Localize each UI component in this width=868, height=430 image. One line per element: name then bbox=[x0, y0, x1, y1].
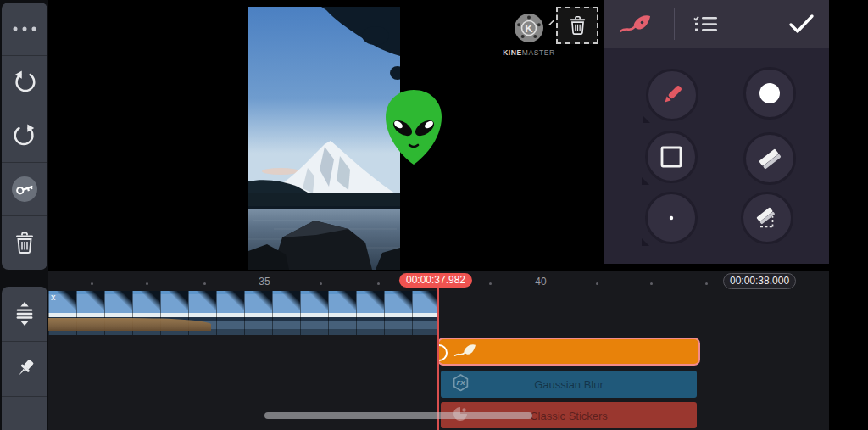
total-duration-badge: 00:00:38.000 bbox=[723, 273, 796, 289]
handwriting-tool-button[interactable] bbox=[619, 13, 653, 39]
more-options-button[interactable] bbox=[2, 3, 47, 56]
undo-button[interactable] bbox=[2, 56, 47, 109]
key-icon bbox=[11, 176, 38, 203]
trash-icon bbox=[569, 15, 587, 36]
color-swatch-button[interactable] bbox=[743, 67, 796, 120]
keyframe-button[interactable] bbox=[2, 163, 47, 216]
ruler-tick bbox=[596, 282, 598, 285]
playhead-line bbox=[437, 275, 439, 430]
expand-options-mark bbox=[642, 177, 649, 185]
checkmark-icon bbox=[788, 13, 815, 35]
clip-speed-label: x bbox=[51, 292, 56, 302]
ruler-tick bbox=[489, 282, 492, 285]
video-frame bbox=[248, 7, 400, 270]
option-list-icon bbox=[693, 14, 718, 34]
handwriting-brush-icon bbox=[619, 13, 653, 36]
white-color-swatch-icon bbox=[757, 81, 782, 106]
stroke-size-button[interactable] bbox=[645, 192, 698, 244]
ruler-label-40: 40 bbox=[535, 276, 546, 288]
gaussian-blur-clip[interactable]: FX Gaussian Blur bbox=[441, 371, 697, 398]
watermark-text: KINEMASTER bbox=[497, 48, 561, 57]
eraser-tool-button[interactable] bbox=[743, 132, 796, 185]
layer-toolbar bbox=[604, 0, 829, 48]
redo-icon bbox=[12, 123, 37, 148]
thumbnail-rocks bbox=[48, 318, 211, 331]
ruler-label-35: 35 bbox=[259, 276, 270, 288]
handwriting-clip-brush-icon bbox=[453, 343, 477, 362]
rectangle-tool-button[interactable] bbox=[645, 131, 698, 183]
left-sidebar bbox=[0, 0, 48, 430]
sidebar-group-main bbox=[2, 3, 47, 270]
trash-icon bbox=[14, 232, 35, 254]
expand-options-mark bbox=[642, 238, 649, 246]
expand-options-mark bbox=[643, 115, 650, 123]
ruler-tick bbox=[203, 282, 206, 285]
ruler-tick bbox=[91, 282, 93, 285]
undo-icon bbox=[12, 70, 37, 95]
sidebar-group-secondary bbox=[2, 287, 47, 430]
lake-mountain-scene bbox=[248, 7, 400, 270]
dot-icon bbox=[659, 205, 684, 231]
ruler-tick bbox=[705, 282, 708, 285]
handwriting-clip[interactable] bbox=[437, 338, 700, 366]
delete-button[interactable] bbox=[2, 216, 47, 269]
timeline-horizontal-scrollbar[interactable] bbox=[264, 412, 532, 419]
ruler-tick bbox=[650, 282, 653, 285]
kinemaster-app: K KINEMASTER bbox=[0, 0, 868, 430]
pin-icon bbox=[12, 356, 37, 382]
current-time-badge: 00:00:37.982 bbox=[399, 273, 472, 288]
drawing-panel bbox=[604, 48, 829, 264]
redo-button[interactable] bbox=[2, 109, 47, 163]
ruler-tick bbox=[377, 282, 380, 285]
confirm-button[interactable] bbox=[788, 13, 815, 38]
square-icon bbox=[659, 144, 684, 170]
expand-tracks-icon bbox=[12, 300, 37, 327]
ruler-tick bbox=[146, 282, 148, 285]
pen-tool-button[interactable] bbox=[646, 69, 698, 121]
alien-sticker[interactable] bbox=[384, 88, 443, 170]
effect-clip-label: Gaussian Blur bbox=[441, 378, 697, 391]
toolbar-divider bbox=[674, 8, 675, 40]
eraser-icon bbox=[757, 146, 782, 171]
timeline-expand-button[interactable] bbox=[2, 287, 47, 342]
erase-all-button[interactable] bbox=[741, 192, 793, 244]
alien-head-icon bbox=[384, 88, 443, 170]
logo-letter: K bbox=[525, 22, 533, 35]
pin-button[interactable] bbox=[2, 342, 47, 397]
layer-option-list-button[interactable] bbox=[693, 14, 718, 37]
sidebar-filler bbox=[2, 397, 47, 430]
timeline: 35 40 00:00:37.982 00:00:38.000 x bbox=[48, 271, 829, 430]
video-preview: K KINEMASTER bbox=[48, 0, 604, 271]
delete-layer-callout-button[interactable] bbox=[556, 7, 598, 44]
kinemaster-logo-icon: K bbox=[513, 12, 545, 44]
ellipsis-icon bbox=[12, 25, 37, 32]
kinemaster-watermark: K KINEMASTER bbox=[497, 12, 561, 57]
video-clip-track[interactable]: x bbox=[48, 291, 437, 335]
ruler-tick bbox=[320, 282, 322, 285]
pencil-icon bbox=[659, 82, 685, 108]
erase-all-icon bbox=[754, 205, 780, 231]
